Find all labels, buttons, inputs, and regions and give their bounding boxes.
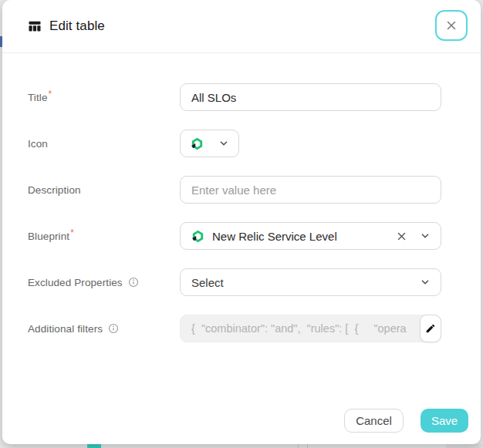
chevron-down-icon	[219, 139, 228, 148]
blueprint-field-row: Blueprint* New Relic Service Level	[28, 222, 441, 250]
close-button[interactable]	[435, 10, 468, 41]
additional-filters-label: Additional filters	[28, 315, 119, 342]
additional-filters-field-row: Additional filters { "combinator": "and"…	[28, 315, 441, 342]
additional-filters-json: { "combinator": "and", "rules": [ { "ope…	[191, 322, 407, 335]
edit-table-dialog: Edit table Title* Icon	[2, 0, 481, 444]
icon-dropdown[interactable]	[180, 130, 239, 157]
excluded-properties-select[interactable]: Select	[180, 268, 441, 296]
background-teal-bar	[87, 444, 101, 448]
title-field-row: Title*	[28, 83, 441, 111]
clear-icon	[397, 231, 407, 241]
chevron-down-icon	[421, 269, 430, 295]
pencil-icon	[425, 323, 436, 334]
background-divider	[307, 444, 308, 448]
excluded-properties-field-row: Excluded Properties Select	[28, 268, 441, 296]
background-divider	[298, 444, 299, 448]
blueprint-select[interactable]: New Relic Service Level	[180, 222, 441, 250]
title-label: Title*	[28, 83, 52, 111]
additional-filters-value-field: { "combinator": "and", "rules": [ { "ope…	[180, 315, 441, 342]
description-label: Description	[28, 176, 81, 204]
close-icon	[445, 19, 458, 32]
blueprint-label: Blueprint*	[28, 222, 74, 250]
dialog-header: Edit table	[2, 0, 481, 53]
save-button[interactable]: Save	[421, 409, 468, 433]
required-asterisk: *	[49, 89, 52, 99]
info-icon[interactable]	[108, 323, 119, 334]
table-icon	[28, 19, 42, 33]
description-input[interactable]	[180, 176, 441, 204]
description-field-row: Description	[28, 176, 441, 204]
cancel-button[interactable]: Cancel	[344, 409, 404, 433]
edit-filters-button[interactable]	[420, 315, 441, 342]
blueprint-selected-value: New Relic Service Level	[212, 230, 337, 243]
new-relic-icon	[191, 137, 204, 150]
info-icon[interactable]	[128, 277, 139, 288]
title-input[interactable]	[180, 83, 441, 111]
excluded-properties-placeholder: Select	[191, 276, 224, 289]
chevron-down-icon	[421, 223, 430, 249]
icon-field-row: Icon	[28, 130, 441, 157]
required-asterisk: *	[70, 227, 74, 238]
background-corner-block	[446, 444, 483, 448]
dialog-title: Edit table	[49, 19, 105, 34]
clear-selection-button[interactable]	[397, 223, 407, 249]
excluded-properties-label: Excluded Properties	[28, 268, 139, 296]
icon-label: Icon	[28, 130, 48, 157]
new-relic-icon	[191, 230, 204, 243]
